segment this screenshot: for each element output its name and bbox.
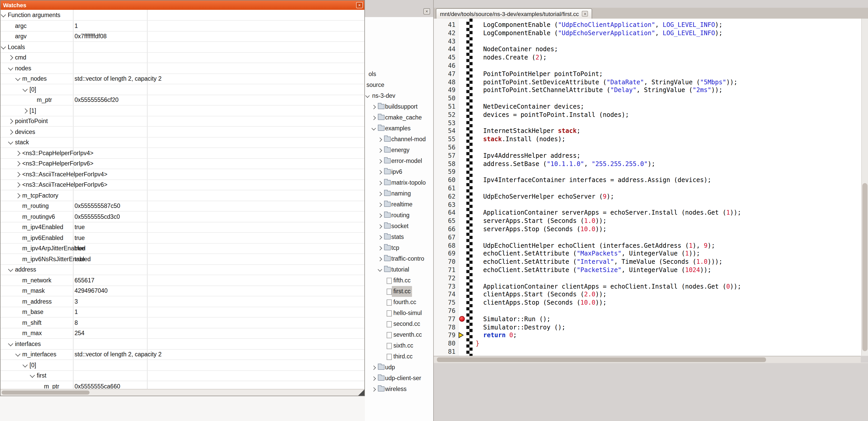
chevron-right-icon[interactable] [23, 108, 28, 113]
tree-item-udp[interactable]: udp [365, 362, 433, 373]
watch-row[interactable]: stack [1, 137, 364, 148]
chevron-down-icon[interactable] [8, 65, 13, 70]
chevron-right-icon[interactable] [15, 161, 21, 166]
chevron-right-icon[interactable] [378, 224, 382, 229]
line-number[interactable]: 69 [434, 250, 456, 258]
watches-titlebar[interactable]: Watches × [1, 1, 364, 10]
line-number[interactable]: 45 [434, 53, 456, 62]
line-number[interactable]: 46 [434, 62, 456, 70]
chevron-down-icon[interactable] [15, 76, 21, 81]
code-line[interactable]: echoClient.SetAttribute ("Interval", Tim… [476, 258, 722, 266]
chevron-right-icon[interactable] [378, 159, 382, 164]
watch-row[interactable]: m_max254 [1, 328, 364, 339]
chevron-down-icon[interactable] [378, 267, 382, 272]
tree-item-energy[interactable]: energy [365, 145, 433, 156]
watch-row[interactable]: [0] [1, 360, 364, 370]
watch-row[interactable]: <ns3::AsciiTraceHelperForIpv4> [1, 169, 364, 180]
line-number[interactable]: 63 [434, 200, 456, 209]
tree-item-tcp[interactable]: tcp [365, 242, 433, 253]
tree-item-fourth-cc[interactable]: fourth.cc [365, 297, 433, 308]
line-number[interactable]: 43 [434, 37, 456, 45]
code-line[interactable]: UdpEchoServerHelper echoServer (9); [476, 192, 614, 201]
tree-item-naming[interactable]: naming [365, 188, 433, 199]
line-number[interactable]: 44 [434, 45, 456, 54]
chevron-right-icon[interactable] [378, 203, 382, 207]
tree-item-tutorial[interactable]: tutorial [365, 264, 433, 275]
chevron-right-icon[interactable] [378, 235, 382, 240]
code-line[interactable]: Simulator::Destroy (); [476, 323, 565, 331]
code-line[interactable]: NetDeviceContainer devices; [476, 102, 584, 111]
tree-item-channel-mod[interactable]: channel-mod [365, 134, 433, 145]
tree-item-second-cc[interactable]: second.cc [365, 319, 433, 329]
code-line[interactable]: PointToPointHelper pointToPoint; [476, 70, 603, 78]
code-line[interactable]: return 0; [476, 331, 517, 339]
tree-item-ns-3-dev[interactable]: ns-3-dev [365, 91, 433, 101]
marker-margin[interactable] [466, 19, 472, 356]
chevron-down-icon[interactable] [23, 362, 28, 367]
line-number[interactable]: 50 [434, 94, 456, 102]
code-line[interactable]: Simulator::Run (); [476, 315, 551, 323]
code-line[interactable]: clientApps.Start (Seconds (2.0)); [476, 290, 607, 299]
line-number[interactable]: 51 [434, 102, 456, 111]
line-number[interactable]: 67 [434, 233, 456, 241]
line-number[interactable]: 58 [434, 160, 456, 168]
line-number[interactable]: 53 [434, 119, 456, 127]
code-line[interactable]: nodes.Create (2); [476, 53, 547, 62]
line-number[interactable]: 49 [434, 86, 456, 94]
tree-item-realtime[interactable]: realtime [365, 199, 433, 210]
line-number[interactable]: 41 [434, 21, 456, 29]
line-number[interactable]: 52 [434, 111, 456, 119]
code-area[interactable]: 4142434445464748495051525354555657585960… [434, 19, 868, 356]
watch-row[interactable]: m_nodesstd::vector of length 2, capacity… [1, 73, 364, 84]
tree-item-cmake-cache[interactable]: cmake_cache [365, 112, 433, 123]
code-line[interactable]: pointToPoint.SetDeviceAttribute ("DataRa… [476, 78, 738, 86]
tree-item-ols[interactable]: ols [365, 69, 433, 79]
tree-item-socket[interactable]: socket [365, 221, 433, 232]
code-line[interactable]: LogComponentEnable ("UdpEchoServerApplic… [476, 29, 722, 37]
watch-row[interactable]: [1] [1, 105, 364, 116]
chevron-down-icon[interactable] [8, 267, 13, 272]
tree-item-buildsupport[interactable]: buildsupport [365, 101, 433, 112]
line-number[interactable]: 68 [434, 241, 456, 250]
line-number[interactable]: 57 [434, 152, 456, 160]
chevron-down-icon[interactable] [1, 12, 6, 17]
line-number[interactable]: 77 [434, 315, 456, 323]
chevron-right-icon[interactable] [8, 129, 13, 134]
line-number[interactable]: 61 [434, 184, 456, 192]
tree-item-third-cc[interactable]: third.cc [365, 351, 433, 362]
watch-row[interactable]: <ns3::PcapHelperForIpv4> [1, 148, 364, 159]
chevron-right-icon[interactable] [378, 257, 382, 261]
tree-item-stats[interactable]: stats [365, 232, 433, 242]
tree-item-routing[interactable]: routing [365, 210, 433, 221]
line-number[interactable]: 47 [434, 70, 456, 78]
editor-tab-close-icon[interactable]: × [582, 11, 588, 17]
line-number[interactable]: 74 [434, 290, 456, 299]
line-number[interactable]: 73 [434, 282, 456, 290]
code-line[interactable]: Ipv4InterfaceContainer interfaces = addr… [476, 176, 711, 184]
editor-vscrollbar-thumb[interactable] [862, 183, 867, 351]
chevron-right-icon[interactable] [372, 105, 376, 109]
chevron-right-icon[interactable] [372, 116, 376, 120]
watch-row[interactable]: devices [1, 126, 364, 137]
tree-item-seventh-cc[interactable]: seventh.cc [365, 329, 433, 340]
line-number[interactable]: 79 [434, 331, 456, 339]
line-number[interactable]: 70 [434, 258, 456, 266]
code-line[interactable]: stack.Install (nodes); [476, 135, 565, 143]
code-line[interactable]: NodeContainer nodes; [476, 45, 558, 54]
watch-row[interactable]: m_base1 [1, 307, 364, 318]
watch-row[interactable]: m_ptr0x5555555ca660 [1, 381, 364, 389]
line-number[interactable]: 66 [434, 225, 456, 233]
watch-row[interactable]: Function arguments [1, 10, 364, 21]
watch-row[interactable]: nodes [1, 63, 364, 74]
tree-item-hello-simul[interactable]: hello-simul [365, 308, 433, 319]
chevron-right-icon[interactable] [8, 55, 13, 60]
code-line[interactable]: UdpEchoClientHelper echoClient (interfac… [476, 241, 715, 250]
code-line[interactable]: echoClient.SetAttribute ("MaxPackets", U… [476, 250, 700, 258]
watch-row[interactable]: Locals [1, 42, 364, 53]
watch-row[interactable]: m_routingv60x5555555cd3c0 [1, 211, 364, 222]
watch-row[interactable]: m_network655617 [1, 275, 364, 286]
watches-hscrollbar-thumb[interactable] [2, 390, 90, 395]
watch-row[interactable]: argc1 [1, 21, 364, 31]
line-number[interactable]: 60 [434, 176, 456, 184]
tree-item-error-model[interactable]: error-model [365, 156, 433, 166]
